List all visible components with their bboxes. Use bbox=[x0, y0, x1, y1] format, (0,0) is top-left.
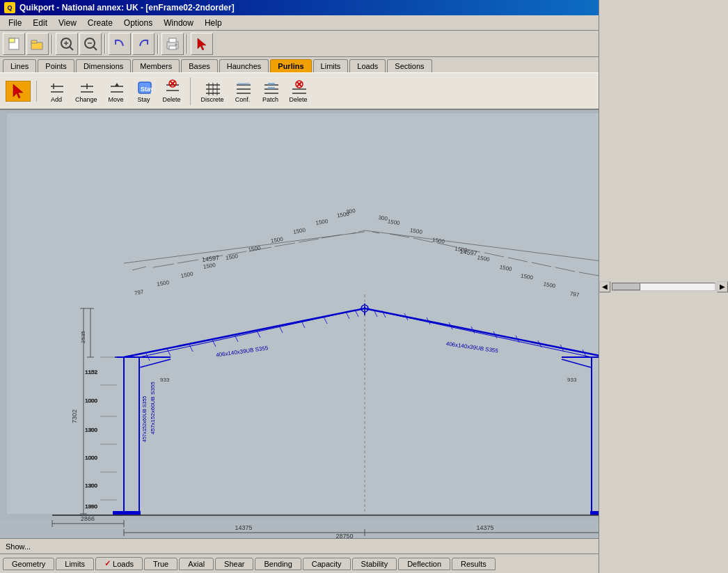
tab-deflection-label: Deflection bbox=[407, 560, 441, 568]
svg-text:2535: 2535 bbox=[80, 331, 86, 343]
svg-rect-46 bbox=[268, 83, 275, 85]
toolbar-separator-3 bbox=[157, 34, 159, 54]
svg-text:14375: 14375 bbox=[235, 524, 252, 531]
show-label: Show... bbox=[6, 542, 31, 551]
print-button[interactable] bbox=[161, 33, 184, 55]
delete-purlin-icon bbox=[164, 79, 180, 96]
svg-text:28750: 28750 bbox=[335, 533, 353, 538]
tab-limits[interactable]: Limits bbox=[56, 558, 94, 570]
tab-bases[interactable]: Bases bbox=[181, 59, 218, 72]
add-button[interactable]: Add bbox=[44, 77, 69, 105]
scrollbar-thumb[interactable] bbox=[612, 283, 640, 290]
tab-results[interactable]: Results bbox=[452, 558, 496, 570]
select-icon bbox=[10, 83, 26, 100]
tab-loads[interactable]: Loads bbox=[349, 59, 386, 72]
tab-deflection[interactable]: Deflection bbox=[398, 558, 450, 570]
scrollbar-track[interactable] bbox=[612, 283, 715, 291]
delete-purlin-button[interactable]: Delete bbox=[159, 77, 184, 105]
svg-marker-15 bbox=[198, 38, 206, 50]
zoom-button[interactable] bbox=[56, 33, 78, 55]
delete-conf-icon bbox=[290, 79, 307, 96]
svg-text:1000: 1000 bbox=[85, 455, 97, 461]
tab-haunches[interactable]: Haunches bbox=[219, 59, 269, 72]
menu-file[interactable]: File bbox=[3, 15, 27, 30]
discrete-button[interactable]: Discrete bbox=[198, 77, 228, 105]
undo-button[interactable] bbox=[109, 33, 131, 55]
svg-rect-70 bbox=[113, 511, 141, 515]
menu-options[interactable]: Options bbox=[118, 15, 158, 30]
zoom-fit-button[interactable] bbox=[79, 33, 102, 55]
move-button[interactable]: Move bbox=[104, 77, 129, 105]
svg-line-5 bbox=[70, 47, 73, 50]
menu-window[interactable]: Window bbox=[158, 15, 199, 30]
svg-text:Stay: Stay bbox=[141, 86, 152, 93]
scroll-left-button[interactable]: ◀ bbox=[599, 281, 610, 292]
tab-members[interactable]: Members bbox=[132, 59, 180, 72]
menu-create[interactable]: Create bbox=[82, 15, 118, 30]
stay-button[interactable]: Stay Stay bbox=[132, 77, 157, 105]
svg-text:1300: 1300 bbox=[85, 427, 97, 433]
tab-lines[interactable]: Lines bbox=[3, 59, 36, 72]
cursor-button[interactable] bbox=[191, 33, 213, 55]
change-button[interactable]: Change bbox=[72, 77, 101, 105]
tab-bending[interactable]: Bending bbox=[255, 558, 301, 570]
tab-loads-label: Loads bbox=[113, 560, 134, 568]
svg-text:457x152x60UB S355: 457x152x60UB S355 bbox=[150, 382, 156, 434]
open-button[interactable] bbox=[26, 33, 49, 55]
toolbar-separator-1 bbox=[52, 34, 53, 54]
new-button[interactable] bbox=[3, 33, 25, 55]
tab-stability-label: Stability bbox=[361, 560, 388, 568]
svg-text:1300: 1300 bbox=[85, 482, 97, 489]
tab-geometry-label: Geometry bbox=[12, 560, 45, 568]
delete-conf-button[interactable]: Delete bbox=[286, 77, 311, 105]
stay-icon: Stay bbox=[136, 79, 152, 96]
menu-edit[interactable]: Edit bbox=[27, 15, 53, 30]
tab-limits-label: Limits bbox=[65, 560, 85, 568]
bottom-bar: Show... ◀ ▶ Geometry Limits ✓ Loads bbox=[0, 538, 728, 573]
scroll-right-button[interactable]: ▶ bbox=[717, 281, 728, 292]
svg-point-14 bbox=[175, 43, 177, 45]
app: Q Quikport - National annex: UK - [enFra… bbox=[0, 0, 728, 573]
tab-results-label: Results bbox=[461, 560, 486, 568]
svg-rect-3 bbox=[31, 40, 37, 43]
svg-text:457x152x60UB S355: 457x152x60UB S355 bbox=[142, 396, 147, 442]
svg-text:1000: 1000 bbox=[85, 398, 97, 404]
tab-axial-label: Axial bbox=[188, 560, 205, 568]
menu-view[interactable]: View bbox=[53, 15, 82, 30]
redo-button[interactable] bbox=[132, 33, 155, 55]
svg-rect-12 bbox=[169, 38, 176, 42]
svg-text:1990: 1990 bbox=[85, 503, 97, 510]
svg-rect-47 bbox=[268, 87, 275, 89]
tab-bending-label: Bending bbox=[264, 560, 292, 568]
app-icon: Q bbox=[4, 2, 15, 13]
ribbon-btns-conf: Discrete Conf. bbox=[198, 77, 311, 105]
tab-limits[interactable]: Limits bbox=[313, 59, 349, 72]
ribbon-group-select bbox=[6, 81, 37, 102]
svg-marker-25 bbox=[115, 83, 119, 86]
ribbon-group-purlin-actions: Add Change bbox=[44, 77, 191, 105]
patch-icon bbox=[262, 79, 279, 96]
menu-help[interactable]: Help bbox=[199, 15, 228, 30]
tab-true[interactable]: True bbox=[144, 558, 177, 570]
tab-points[interactable]: Points bbox=[38, 59, 74, 72]
tab-purlins[interactable]: Purlins bbox=[270, 59, 311, 72]
tab-loads[interactable]: ✓ Loads bbox=[95, 557, 143, 570]
svg-marker-16 bbox=[13, 84, 23, 98]
tab-shear[interactable]: Shear bbox=[215, 558, 253, 570]
change-icon bbox=[78, 79, 95, 96]
tab-geometry[interactable]: Geometry bbox=[3, 558, 54, 570]
ribbon-btns-purlin: Add Change bbox=[44, 77, 184, 105]
tab-stability[interactable]: Stability bbox=[352, 558, 397, 570]
tab-shear-label: Shear bbox=[224, 560, 244, 568]
svg-text:7302: 7302 bbox=[71, 409, 78, 423]
tab-dimensions[interactable]: Dimensions bbox=[76, 59, 131, 72]
tab-sections[interactable]: Sections bbox=[387, 59, 432, 72]
select-button[interactable] bbox=[6, 81, 31, 102]
conf-button[interactable]: Conf. bbox=[230, 77, 255, 105]
patch-button[interactable]: Patch bbox=[258, 77, 283, 105]
tab-capacity[interactable]: Capacity bbox=[303, 558, 351, 570]
tab-axial[interactable]: Axial bbox=[179, 558, 214, 570]
svg-rect-1 bbox=[9, 38, 15, 42]
add-icon bbox=[48, 79, 65, 96]
svg-text:933: 933 bbox=[160, 377, 170, 383]
